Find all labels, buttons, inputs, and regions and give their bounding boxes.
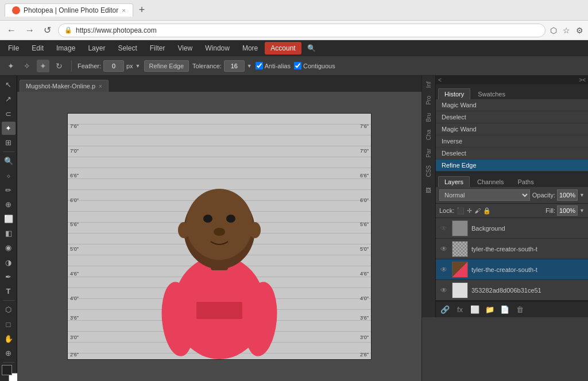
fill-dropdown[interactable]: ▼ [579, 208, 585, 213]
active-browser-tab[interactable]: Photopea | Online Photo Editor × [5, 3, 133, 17]
menu-edit[interactable]: Edit [26, 42, 49, 55]
side-label-inf[interactable]: Inf [424, 78, 433, 91]
crop-tool[interactable]: ⊞ [2, 136, 16, 149]
nav-icon-1[interactable]: ⬡ [550, 26, 557, 35]
side-label-par[interactable]: Par [424, 145, 433, 161]
blend-mode-select[interactable]: Normal Multiply Screen Overlay [439, 189, 530, 201]
opacity-dropdown[interactable]: ▼ [579, 192, 585, 198]
pen-tool[interactable]: ✒ [2, 270, 16, 283]
layer-item-background[interactable]: 👁 Background [436, 218, 588, 239]
new-group-button[interactable]: 📁 [484, 304, 496, 315]
lock-move-icon[interactable]: ✛ [467, 207, 472, 215]
layer-mask-button[interactable]: ⬜ [469, 304, 481, 315]
dodge-tool[interactable]: ◑ [2, 256, 16, 269]
side-label-bru[interactable]: Bru [424, 110, 433, 126]
layer-visibility-tyler-2[interactable]: 👁 [439, 265, 448, 274]
back-button[interactable]: ← [5, 24, 18, 37]
document-tab-close[interactable]: × [99, 83, 102, 90]
link-layers-button[interactable]: 🔗 [439, 304, 451, 315]
menu-image[interactable]: Image [51, 42, 81, 55]
lasso-tool[interactable]: ⊂ [2, 107, 16, 120]
color-swatches[interactable] [2, 365, 16, 379]
select-tool[interactable]: ↖ [2, 78, 16, 91]
forward-button[interactable]: → [23, 24, 37, 37]
gradient-tool[interactable]: ◧ [2, 227, 16, 240]
layer-item-hash[interactable]: 👁 353282ad8d006b31ce51 [436, 280, 588, 301]
path-select-tool[interactable]: ⬡ [2, 303, 16, 316]
collapse-right[interactable]: >< [579, 77, 586, 83]
wand-tool-3[interactable]: ✦ [37, 60, 49, 72]
wand-tool-2[interactable]: ✧ [21, 60, 33, 72]
history-item-5[interactable]: Refine Edge [436, 160, 588, 172]
lock-all-icon[interactable]: 🔒 [483, 207, 491, 215]
side-label-pro[interactable]: Pro [424, 92, 433, 108]
eraser-tool[interactable]: ⬜ [2, 212, 16, 226]
menu-window[interactable]: Window [199, 42, 235, 55]
menu-more[interactable]: More [237, 42, 264, 55]
menu-account[interactable]: Account [265, 42, 301, 55]
side-label-image[interactable]: 🖼 [424, 184, 434, 197]
layer-effects-button[interactable]: fx [454, 304, 466, 315]
menu-select[interactable]: Select [112, 42, 142, 55]
history-item-2[interactable]: Magic Wand [436, 123, 588, 135]
collapse-left[interactable]: < [438, 77, 442, 83]
lock-checker-icon[interactable]: ⬛ [457, 207, 465, 215]
new-layer-button[interactable]: 📄 [499, 304, 510, 315]
new-tab-button[interactable]: + [136, 4, 149, 16]
feather-dropdown[interactable]: ▼ [136, 63, 141, 69]
history-item-4[interactable]: Deselect [436, 147, 588, 160]
magic-wand-tool[interactable]: ✦ [2, 122, 16, 135]
eyedropper-tool[interactable]: 🔍 [2, 154, 16, 168]
anti-alias-control[interactable]: Anti-alias [256, 62, 291, 69]
nav-icon-2[interactable]: ☆ [563, 26, 570, 35]
fill-input[interactable] [557, 205, 578, 216]
hand-tool[interactable]: ✋ [2, 332, 16, 345]
brush-tool[interactable]: ✏ [2, 184, 16, 197]
layer-visibility-tyler-1[interactable]: 👁 [439, 244, 448, 254]
tab-paths[interactable]: Paths [512, 176, 540, 187]
wand-tool-1[interactable]: ✦ [5, 60, 17, 72]
tab-swatches[interactable]: Swatches [471, 88, 512, 99]
blur-tool[interactable]: ◉ [2, 241, 16, 254]
canvas-area[interactable]: 7'6" 7'0" 6'6" 6'0" 5'6" 5'0" 4'6" 4'0" … [17, 92, 421, 381]
delete-layer-button[interactable]: 🗑 [514, 304, 525, 315]
contiguous-control[interactable]: Contiguous [294, 62, 335, 69]
layer-item-tyler-2[interactable]: 👁 tyler-the-creator-south-t [436, 259, 588, 280]
reload-button[interactable]: ↺ [41, 24, 53, 37]
clone-tool[interactable]: ⊕ [2, 198, 16, 211]
tab-channels[interactable]: Channels [471, 176, 510, 187]
side-label-cha[interactable]: Cha [424, 126, 433, 143]
menu-view[interactable]: View [172, 42, 198, 55]
anti-alias-checkbox[interactable] [256, 62, 263, 69]
layer-item-tyler-1[interactable]: 👁 tyler-the-creator-south-t [436, 239, 588, 259]
opacity-input[interactable] [557, 189, 578, 201]
direct-select-tool[interactable]: ↗ [2, 92, 16, 106]
menu-filter[interactable]: Filter [144, 42, 171, 55]
search-icon[interactable]: 🔍 [303, 42, 320, 55]
tolerance-input[interactable] [224, 60, 245, 72]
address-bar[interactable]: 🔒 https://www.photopea.com [58, 24, 546, 37]
tab-history[interactable]: History [438, 88, 470, 99]
document-tab[interactable]: Mugshot-Maker-Online.p × [20, 80, 109, 92]
shape-tool[interactable]: □ [2, 317, 16, 331]
history-item-0[interactable]: Magic Wand [436, 99, 588, 111]
foreground-color[interactable] [2, 365, 12, 375]
menu-file[interactable]: File [2, 42, 25, 55]
feather-input[interactable] [103, 60, 124, 72]
menu-layer[interactable]: Layer [82, 42, 111, 55]
nav-icon-extensions[interactable]: ⚙ [576, 26, 583, 35]
zoom-tool[interactable]: ⊕ [2, 347, 16, 360]
patch-tool[interactable]: ⬦ [2, 169, 16, 182]
wand-tool-4[interactable]: ↻ [53, 60, 65, 72]
browser-tab-close[interactable]: × [122, 7, 125, 14]
tab-layers[interactable]: Layers [438, 176, 470, 187]
layer-visibility-background[interactable]: 👁 [439, 224, 448, 233]
layer-visibility-hash[interactable]: 👁 [439, 286, 448, 295]
side-label-css[interactable]: CSS [424, 162, 433, 181]
refine-edge-button[interactable]: Refine Edge [144, 60, 189, 72]
type-tool[interactable]: T [2, 285, 16, 298]
history-item-1[interactable]: Deselect [436, 111, 588, 123]
lock-paint-icon[interactable]: 🖌 [474, 207, 481, 214]
history-item-3[interactable]: Inverse [436, 135, 588, 147]
tolerance-dropdown[interactable]: ▼ [247, 63, 252, 69]
